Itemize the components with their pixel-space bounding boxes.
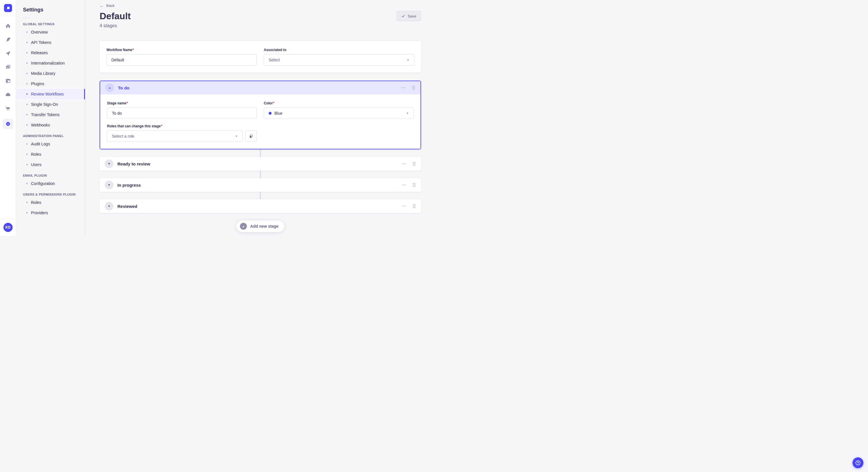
sidebar-item-providers[interactable]: Providers: [16, 208, 85, 218]
drag-handle-icon[interactable]: [412, 204, 416, 208]
expand-stage-button[interactable]: ▼: [105, 202, 113, 210]
sidebar-item-review-workflows[interactable]: Review Workflows: [16, 89, 85, 99]
collapse-stage-button[interactable]: ▲: [105, 83, 114, 92]
sidebar-item-webhooks[interactable]: Webhooks: [16, 120, 85, 130]
stage-card-reviewed: ▼ Reviewed ⋯: [100, 199, 421, 213]
triangle-down-icon: ▼: [108, 183, 111, 187]
home-icon[interactable]: [5, 22, 11, 29]
paper-plane-icon[interactable]: [5, 50, 11, 57]
main-content: ← Back Default Save 4 stages Workflow Na…: [85, 0, 434, 236]
required-asterisk: *: [133, 48, 134, 52]
workflow-name-field-group: Workflow Name*: [106, 48, 257, 66]
color-name: Blue: [274, 111, 282, 115]
bullet-icon: [26, 73, 28, 74]
section-label-administration-panel: ADMINISTRATION PANEL: [23, 134, 78, 138]
more-options-icon[interactable]: ⋯: [402, 183, 406, 187]
required-asterisk: *: [127, 101, 128, 105]
sidebar-item-admin-roles[interactable]: Roles: [16, 149, 85, 160]
workflow-name-label-text: Workflow Name: [106, 48, 132, 52]
sidebar-item-users[interactable]: Users: [16, 160, 85, 170]
associated-to-field-group: Associated to Select ▼: [264, 48, 414, 66]
sidebar-item-label: Audit Logs: [31, 142, 50, 146]
stage-card-ready-to-review: ▼ Ready to review ⋯: [100, 157, 421, 171]
bullet-icon: [26, 94, 28, 95]
gear-icon[interactable]: [3, 119, 13, 129]
sidebar-item-label: Configuration: [31, 181, 55, 186]
section-label-users-permissions-plugin: USERS & PERMISSIONS PLUGIN: [23, 193, 78, 196]
bullet-icon: [26, 154, 28, 155]
roles-select-placeholder: Select a role: [112, 134, 134, 138]
sidebar-item-releases[interactable]: Releases: [16, 47, 85, 58]
cloud-icon[interactable]: [5, 91, 11, 98]
more-options-icon[interactable]: ⋯: [402, 162, 406, 166]
drag-handle-icon[interactable]: [412, 162, 416, 166]
stage-title: Reviewed: [117, 204, 137, 209]
strapi-logo[interactable]: [4, 4, 12, 12]
sidebar-item-internationalization[interactable]: Internationalization: [16, 58, 85, 68]
sidebar-item-label: Webhooks: [31, 123, 50, 127]
sidebar-item-configuration[interactable]: Configuration: [16, 178, 85, 189]
bullet-icon: [26, 52, 28, 53]
triangle-down-icon: ▼: [108, 162, 111, 165]
settings-sidebar: Settings GLOBAL SETTINGS Overview API To…: [16, 0, 85, 236]
sidebar-item-transfer-tokens[interactable]: Transfer Tokens: [16, 109, 85, 120]
bullet-icon: [26, 164, 28, 165]
nav-rail: KD: [0, 0, 16, 236]
user-avatar[interactable]: KD: [3, 223, 12, 232]
color-select-value: Blue: [269, 111, 282, 115]
roles-select[interactable]: Select a role ▼: [107, 131, 243, 142]
add-new-stage-button[interactable]: + Add new stage: [237, 221, 284, 232]
stage-color-field-group: Color* Blue ▼: [264, 101, 414, 119]
strapi-logo-icon: [5, 5, 11, 11]
cart-icon[interactable]: [5, 105, 11, 112]
bullet-icon: [26, 32, 28, 33]
stage-card-in-progress: ▼ In progress ⋯: [100, 178, 421, 192]
drag-handle-icon[interactable]: [412, 86, 415, 90]
back-label: Back: [106, 3, 115, 8]
workflow-name-input[interactable]: [106, 54, 257, 66]
bullet-icon: [26, 202, 28, 203]
sidebar-item-media-library[interactable]: Media Library: [16, 68, 85, 78]
add-stage-label: Add new stage: [250, 224, 279, 229]
associated-to-select[interactable]: Select ▼: [264, 54, 414, 66]
stage-count: 4 stages: [100, 23, 421, 28]
sidebar-item-up-roles[interactable]: Roles: [16, 197, 85, 208]
sidebar-item-audit-logs[interactable]: Audit Logs: [16, 139, 85, 149]
save-button[interactable]: Save: [396, 11, 421, 21]
sidebar-item-single-sign-on[interactable]: Single Sign-On: [16, 99, 85, 109]
stage-name-label-text: Stage name: [107, 101, 126, 105]
bullet-icon: [26, 104, 28, 105]
layout-icon[interactable]: [5, 77, 11, 84]
feather-icon[interactable]: [5, 36, 11, 43]
bullet-icon: [26, 143, 28, 144]
sidebar-item-api-tokens[interactable]: API Tokens: [16, 37, 85, 47]
more-options-icon[interactable]: ⋯: [401, 86, 406, 90]
save-label: Save: [408, 14, 416, 19]
stage-body-to-do: Stage name* Color* Blue: [100, 94, 421, 149]
back-link[interactable]: ← Back: [100, 3, 115, 8]
stage-header-to-do: ▲ To do ⋯: [100, 81, 421, 94]
bullet-icon: [26, 125, 28, 126]
administration-panel-list: Audit Logs Roles Users: [16, 139, 85, 170]
expand-stage-button[interactable]: ▼: [105, 160, 113, 168]
drag-handle-icon[interactable]: [412, 183, 416, 187]
sidebar-item-label: Releases: [31, 50, 48, 55]
expand-stage-button[interactable]: ▼: [105, 181, 113, 189]
images-icon[interactable]: [5, 64, 11, 71]
duplicate-roles-button[interactable]: [245, 131, 257, 142]
bullet-icon: [26, 63, 28, 64]
stage-title: In progress: [117, 183, 141, 188]
more-options-icon[interactable]: ⋯: [402, 204, 406, 208]
color-label-text: Color: [264, 101, 273, 105]
sidebar-item-plugins[interactable]: Plugins: [16, 78, 85, 89]
triangle-up-icon: ▲: [108, 86, 111, 89]
sidebar-item-overview[interactable]: Overview: [16, 27, 85, 37]
color-select[interactable]: Blue ▼: [264, 107, 414, 119]
sidebar-item-label: Review Workflows: [31, 92, 64, 96]
sidebar-item-label: Plugins: [31, 81, 44, 86]
sidebar-item-label: Internationalization: [31, 61, 65, 65]
stage-name-input[interactable]: [107, 107, 257, 119]
chevron-down-icon: ▼: [407, 59, 409, 61]
check-icon: [401, 14, 405, 18]
sidebar-item-label: Overview: [31, 30, 48, 34]
